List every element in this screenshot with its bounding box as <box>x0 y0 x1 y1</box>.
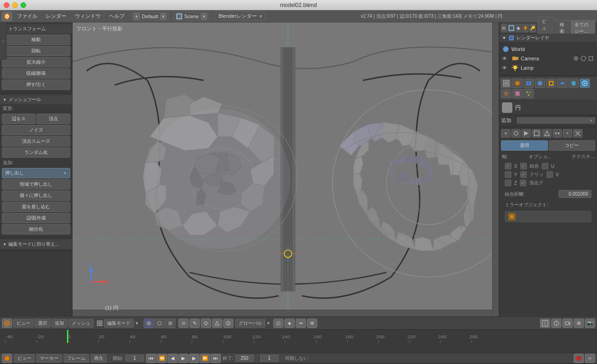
x-checkbox[interactable] <box>505 163 511 169</box>
anim-view-btn[interactable]: ビュー <box>14 354 35 363</box>
vt-btn3[interactable] <box>201 319 211 328</box>
rp-icon5[interactable]: 🔑 <box>530 24 536 32</box>
subdivide-button[interactable]: 細分化 <box>2 224 70 234</box>
clip-checkbox[interactable] <box>520 171 527 178</box>
ws-add-icon[interactable]: + <box>133 13 140 20</box>
mod-icon4[interactable] <box>532 129 541 138</box>
maximize-button[interactable] <box>21 2 26 8</box>
prop-tab-modifiers[interactable] <box>568 79 579 88</box>
prev-keyframe-btn[interactable]: ⏪ <box>157 354 167 363</box>
vt-btn5[interactable] <box>223 319 233 328</box>
anim-marker-btn[interactable]: マーカー <box>36 354 62 363</box>
extrude-button[interactable]: 押し出し <box>2 168 70 178</box>
bridge-button[interactable]: 辺/面作成 <box>2 213 70 223</box>
mod-icon7[interactable]: + <box>563 129 572 138</box>
edge-mode-btn[interactable] <box>154 319 165 328</box>
mod-icon5[interactable] <box>542 129 552 138</box>
apply-button[interactable]: 適用 <box>501 140 548 151</box>
face-mode-btn[interactable] <box>165 319 175 328</box>
prop-tab-data[interactable] <box>580 79 590 88</box>
rp-icon1[interactable]: ⊞ <box>501 24 507 32</box>
viewport-scrollbar-vertical[interactable] <box>492 22 499 316</box>
camera-render-icon[interactable] <box>580 55 587 62</box>
z-checkbox[interactable] <box>505 180 511 186</box>
rp-icon3[interactable]: ◉ <box>516 24 522 32</box>
next-keyframe-btn[interactable]: ⏩ <box>200 354 210 363</box>
vt-icon-btn[interactable] <box>2 319 12 328</box>
bt-extra-btn[interactable] <box>585 354 595 363</box>
renderer-selector[interactable]: Blenderレンダー ▼ <box>214 12 265 21</box>
prop-tab-world[interactable] <box>535 79 545 88</box>
camera-visible-icon[interactable] <box>573 55 579 62</box>
mesh-tools-title[interactable]: メッシュツール <box>0 95 72 104</box>
ws-close-icon[interactable]: × <box>160 13 167 20</box>
inset-button[interactable]: 面を差し込む <box>2 202 70 212</box>
vt-view-btn[interactable]: ビュー <box>13 319 34 328</box>
next-frame-btn[interactable]: ▶ <box>189 354 199 363</box>
menu-render[interactable]: レンダー <box>42 12 70 21</box>
transform-title[interactable]: トランスフォーム <box>0 24 72 34</box>
blender-icon-btn[interactable] <box>2 12 12 21</box>
move-button[interactable]: 移動 <box>2 35 70 45</box>
vertex-mode-btn[interactable] <box>144 319 154 328</box>
copy-button[interactable]: コピー <box>549 140 596 151</box>
lamp-item[interactable]: 👁 Lamp <box>499 63 597 73</box>
y-checkbox[interactable] <box>505 171 511 178</box>
minimize-button[interactable] <box>12 2 18 8</box>
rotate-button[interactable]: 回転 <box>2 46 70 56</box>
prev-frame-btn[interactable]: ◀ <box>167 354 178 363</box>
vt-right-btn3[interactable] <box>562 319 573 328</box>
start-field[interactable]: 1 <box>125 355 144 362</box>
prop-tab-render[interactable] <box>512 79 523 88</box>
mirror-obj-field[interactable] <box>505 211 591 222</box>
shrink-fatten-button[interactable]: 収縮/膨張 <box>2 68 70 79</box>
vt-add-btn[interactable]: 追加 <box>51 319 67 328</box>
jump-end-btn[interactable]: ⏭ <box>211 354 221 363</box>
menu-file[interactable]: ファイル <box>13 12 41 21</box>
rp-icon4[interactable] <box>522 24 529 32</box>
vt-btn4[interactable] <box>212 319 222 328</box>
edit-mode-btn[interactable]: 編集モード <box>104 319 134 328</box>
scene-selector[interactable]: Scene × <box>174 12 210 21</box>
mod-icon1[interactable]: ≡ <box>501 129 510 138</box>
prop-tab-material[interactable] <box>501 89 511 98</box>
close-button[interactable] <box>4 2 9 8</box>
timeline-body[interactable]: -40 -20 0 20 40 60 80 100 120 140 160 18… <box>0 330 597 353</box>
bt-audio-btn[interactable] <box>574 354 584 363</box>
vt-onion-btn[interactable]: ◈ <box>284 319 295 328</box>
scale-button[interactable]: 拡大縮小 <box>2 57 70 67</box>
vt-btn1[interactable]: ⊙ <box>178 319 189 328</box>
prop-tab-scene[interactable] <box>501 79 511 88</box>
extrude-region-button[interactable]: 領域で押し出し <box>2 179 70 189</box>
extrude-individual-button[interactable]: 個々に押し出し <box>2 190 70 201</box>
play-btn[interactable]: ▶ <box>178 354 189 363</box>
prop-tab-particles[interactable] <box>524 89 534 98</box>
mod-icon3[interactable] <box>522 129 531 138</box>
push-pull-button[interactable]: 押す/引く <box>2 80 70 90</box>
global-btn[interactable]: グローバル <box>235 319 265 328</box>
end-field[interactable]: 250 <box>235 355 254 362</box>
u-checkbox[interactable] <box>542 163 548 169</box>
merge-dist-value[interactable]: 0.001000 <box>559 190 591 198</box>
vt-mirror-btn[interactable]: ⇔ <box>296 319 306 328</box>
mod-icon6[interactable] <box>553 129 562 138</box>
scene-close-icon[interactable]: × <box>201 13 207 20</box>
edge-slide-button[interactable]: 辺をス <box>2 114 36 124</box>
jump-start-btn[interactable]: ⏮ <box>146 354 156 363</box>
menu-help[interactable]: ヘルプ <box>105 12 128 21</box>
vertex-slide-button[interactable]: 頂点 <box>36 114 70 124</box>
rp-icon2[interactable] <box>508 24 515 32</box>
prop-tab-renderlayers[interactable] <box>524 79 534 88</box>
edit-mode-title[interactable]: 編集モードに切り替え... <box>0 240 72 249</box>
vt-right-btn5[interactable]: 📷 <box>585 319 595 328</box>
vt-select-btn[interactable]: 選択 <box>35 319 51 328</box>
vt-btn2[interactable]: ✎ <box>189 319 200 328</box>
camera-select-icon[interactable] <box>588 55 594 62</box>
merge-checkbox[interactable] <box>520 163 527 169</box>
v-checkbox[interactable] <box>546 171 553 178</box>
vt-snap-btn[interactable] <box>273 319 284 328</box>
menu-window[interactable]: ウィンドウ <box>71 12 104 21</box>
vt-proportional-btn[interactable]: ⊕ <box>307 319 317 328</box>
workspace-selector[interactable]: + Default × <box>131 12 169 21</box>
randomize-button[interactable]: ランダム化 <box>2 147 70 158</box>
